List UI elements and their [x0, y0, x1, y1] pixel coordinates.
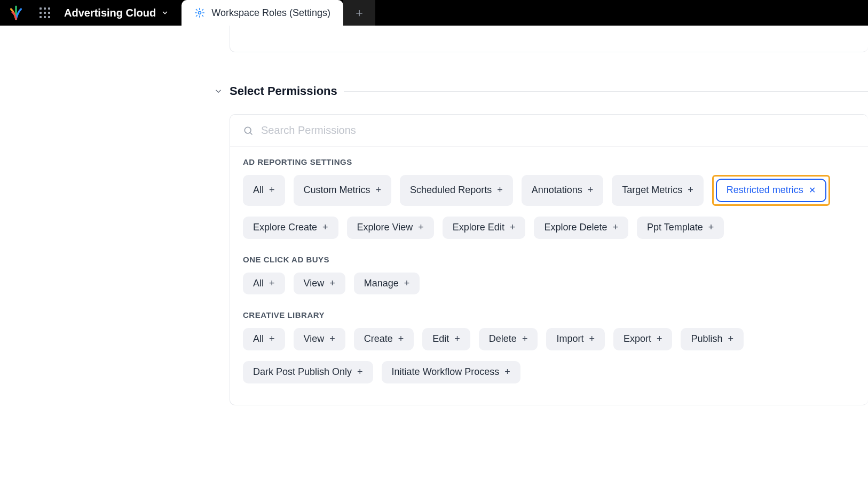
group-title: ONE CLICK AD BUYS [243, 255, 855, 264]
permission-chip[interactable]: Scheduled Reports+ [400, 175, 513, 206]
chip-label: All [253, 185, 264, 196]
permission-chip[interactable]: Custom Metrics+ [294, 175, 392, 206]
chip-label: View [304, 334, 325, 345]
permission-chip[interactable]: Import+ [546, 328, 605, 350]
chevron-down-icon [214, 86, 223, 96]
permission-chip[interactable]: Annotations+ [522, 175, 604, 206]
tab-label: Workspace Roles (Settings) [211, 7, 330, 19]
search-row [230, 115, 868, 147]
chips-row: All+Custom Metrics+Scheduled Reports+Ann… [243, 175, 855, 239]
permission-chip[interactable]: Explore Delete+ [534, 217, 628, 239]
plus-icon: + [418, 222, 424, 233]
permission-chip[interactable]: Initiate Workflow Process+ [382, 361, 520, 383]
chip-label: Export [624, 334, 651, 345]
permission-chip[interactable]: Dark Post Publish Only+ [243, 361, 373, 383]
section-title: Select Permissions [230, 84, 337, 98]
plus-icon: + [322, 222, 328, 233]
chip-label: Delete [489, 334, 517, 345]
plus-icon: + [269, 185, 275, 196]
divider [344, 91, 868, 92]
permission-group: AD REPORTING SETTINGSAll+Custom Metrics+… [230, 147, 868, 244]
plus-icon: + [522, 334, 528, 345]
previous-card-edge [230, 26, 868, 52]
chips-row: All+View+Create+Edit+Delete+Import+Expor… [243, 328, 855, 383]
permission-chip[interactable]: Ppt Template+ [637, 217, 724, 239]
section-header[interactable]: Select Permissions [214, 84, 868, 98]
permission-group: ONE CLICK AD BUYSAll+View+Manage+ [230, 244, 868, 300]
chip-label: Explore Delete [544, 222, 607, 233]
tab-workspace-roles[interactable]: Workspace Roles (Settings) [182, 0, 343, 26]
top-bar: Advertising Cloud Workspace Roles (Setti… [0, 0, 868, 26]
plus-icon: + [398, 334, 404, 345]
add-tab-button[interactable]: ＋ [343, 0, 375, 26]
chip-label: Ppt Template [647, 222, 703, 233]
chip-label: Explore Create [253, 222, 317, 233]
permission-chip[interactable]: Export+ [613, 328, 673, 350]
chip-label: All [253, 334, 264, 345]
plus-icon: + [329, 278, 335, 289]
chip-label: Scheduled Reports [410, 185, 492, 196]
permission-chip[interactable]: Explore View+ [347, 217, 434, 239]
apps-menu-button[interactable] [32, 0, 58, 26]
permission-chip[interactable]: All+ [243, 273, 285, 295]
svg-point-1 [244, 127, 251, 133]
plus-icon: + [728, 334, 734, 345]
permissions-card: AD REPORTING SETTINGSAll+Custom Metrics+… [230, 114, 868, 405]
plus-icon: ＋ [353, 5, 365, 21]
chip-label: Annotations [532, 185, 582, 196]
plus-icon: + [497, 185, 503, 196]
brand-logo [0, 0, 32, 26]
chip-label: Explore View [357, 222, 413, 233]
plus-icon: + [376, 185, 382, 196]
permission-group: CREATIVE LIBRARYAll+View+Create+Edit+Del… [230, 300, 868, 389]
product-name: Advertising Cloud [64, 7, 156, 19]
chip-label: Manage [364, 278, 399, 289]
permission-chip[interactable]: Edit+ [422, 328, 470, 350]
plus-icon: + [510, 222, 516, 233]
chip-label: Create [364, 334, 393, 345]
permission-chip[interactable]: Create+ [354, 328, 414, 350]
permission-chip[interactable]: View+ [294, 328, 345, 350]
close-icon: ✕ [809, 186, 816, 195]
chip-label: Edit [432, 334, 449, 345]
chip-label: Target Metrics [622, 185, 682, 196]
plus-icon: + [269, 278, 275, 289]
plus-icon: + [657, 334, 662, 345]
search-icon [243, 125, 254, 136]
plus-icon: + [588, 185, 594, 196]
plus-icon: + [612, 222, 618, 233]
permission-chip[interactable]: Target Metrics+ [612, 175, 704, 206]
chip-label: Restricted metrics [727, 185, 803, 196]
chip-label: View [304, 278, 325, 289]
permission-chip[interactable]: Delete+ [479, 328, 538, 350]
plus-icon: + [688, 185, 693, 196]
plus-icon: + [404, 278, 410, 289]
chip-label: Custom Metrics [304, 185, 370, 196]
chips-row: All+View+Manage+ [243, 273, 855, 295]
search-input[interactable] [261, 124, 855, 137]
permission-chip[interactable]: Explore Edit+ [443, 217, 526, 239]
plus-icon: + [357, 367, 363, 378]
permission-chip[interactable]: View+ [294, 273, 345, 295]
gear-icon [194, 7, 205, 18]
permission-chip[interactable]: Publish+ [681, 328, 744, 350]
permission-chip[interactable]: All+ [243, 328, 285, 350]
chip-label: Initiate Workflow Process [392, 367, 500, 378]
plus-icon: + [504, 367, 510, 378]
sprinklr-logo-icon [9, 5, 23, 20]
svg-point-0 [199, 12, 201, 14]
permission-chip[interactable]: Explore Create+ [243, 217, 338, 239]
apps-grid-icon [40, 7, 50, 18]
permission-chip[interactable]: Restricted metrics✕ [716, 179, 826, 202]
chip-label: Publish [691, 334, 722, 345]
product-switcher[interactable]: Advertising Cloud [58, 0, 182, 26]
group-title: CREATIVE LIBRARY [243, 310, 855, 319]
chip-label: Dark Post Publish Only [253, 367, 352, 378]
permission-chip[interactable]: Manage+ [354, 273, 420, 295]
permission-chip[interactable]: All+ [243, 175, 285, 206]
group-title: AD REPORTING SETTINGS [243, 157, 855, 166]
plus-icon: + [329, 334, 335, 345]
chip-label: Import [556, 334, 583, 345]
plus-icon: + [589, 334, 595, 345]
svg-line-2 [250, 132, 252, 134]
